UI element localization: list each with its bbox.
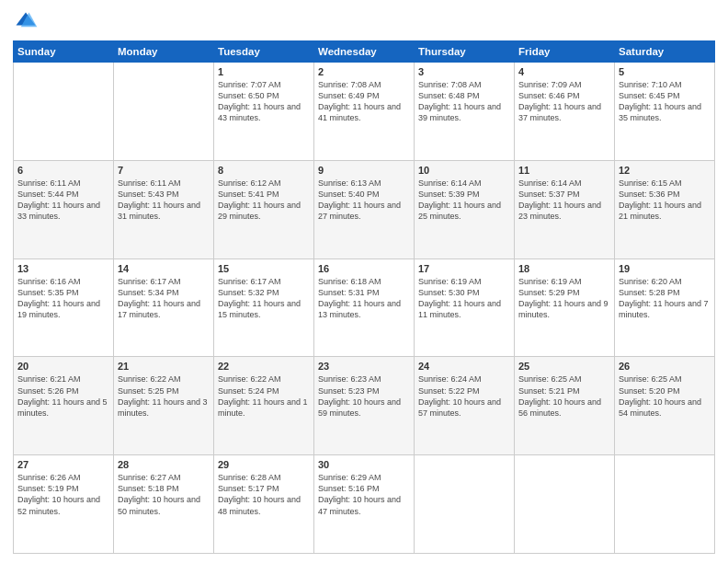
day-number: 17: [418, 263, 510, 274]
day-info: Sunrise: 6:27 AM Sunset: 5:18 PM Dayligh…: [118, 472, 210, 517]
day-number: 10: [418, 165, 510, 176]
weekday-header: Thursday: [415, 41, 515, 63]
calendar-day-cell: 16Sunrise: 6:18 AM Sunset: 5:31 PM Dayli…: [314, 259, 415, 357]
calendar-day-cell: 27Sunrise: 6:26 AM Sunset: 5:19 PM Dayli…: [14, 455, 114, 554]
calendar-day-cell: 14Sunrise: 6:17 AM Sunset: 5:34 PM Dayli…: [114, 259, 214, 357]
day-number: 22: [218, 361, 310, 372]
day-info: Sunrise: 7:10 AM Sunset: 6:45 PM Dayligh…: [619, 79, 711, 124]
calendar-day-cell: 15Sunrise: 6:17 AM Sunset: 5:32 PM Dayli…: [214, 259, 314, 357]
calendar-day-cell: 3Sunrise: 7:08 AM Sunset: 6:48 PM Daylig…: [415, 63, 515, 161]
calendar-day-cell: 22Sunrise: 6:22 AM Sunset: 5:24 PM Dayli…: [214, 357, 314, 455]
day-number: 9: [318, 165, 410, 176]
calendar-table: SundayMondayTuesdayWednesdayThursdayFrid…: [13, 40, 715, 554]
calendar-day-cell: 17Sunrise: 6:19 AM Sunset: 5:30 PM Dayli…: [415, 259, 515, 357]
day-number: 26: [619, 361, 711, 372]
day-info: Sunrise: 6:14 AM Sunset: 5:39 PM Dayligh…: [418, 178, 510, 223]
day-number: 1: [218, 66, 310, 77]
day-number: 27: [17, 459, 109, 470]
weekday-header: Tuesday: [214, 41, 314, 63]
calendar-week-row: 20Sunrise: 6:21 AM Sunset: 5:26 PM Dayli…: [14, 357, 715, 455]
weekday-header: Monday: [114, 41, 214, 63]
day-number: 7: [118, 165, 210, 176]
day-number: 28: [118, 459, 210, 470]
calendar-day-cell: 25Sunrise: 6:25 AM Sunset: 5:21 PM Dayli…: [515, 357, 615, 455]
calendar-day-cell: 30Sunrise: 6:29 AM Sunset: 5:16 PM Dayli…: [314, 455, 415, 554]
weekday-header: Wednesday: [314, 41, 415, 63]
calendar-day-cell: 10Sunrise: 6:14 AM Sunset: 5:39 PM Dayli…: [415, 160, 515, 259]
day-info: Sunrise: 6:15 AM Sunset: 5:36 PM Dayligh…: [619, 178, 711, 223]
day-info: Sunrise: 6:26 AM Sunset: 5:19 PM Dayligh…: [17, 472, 109, 517]
day-number: 5: [619, 66, 711, 77]
day-info: Sunrise: 7:08 AM Sunset: 6:48 PM Dayligh…: [418, 79, 510, 124]
day-number: 16: [318, 263, 410, 274]
day-number: 12: [619, 165, 711, 176]
day-number: 6: [17, 165, 109, 176]
calendar-day-cell: [114, 63, 214, 161]
day-info: Sunrise: 7:08 AM Sunset: 6:49 PM Dayligh…: [318, 79, 410, 124]
day-info: Sunrise: 6:19 AM Sunset: 5:30 PM Dayligh…: [418, 276, 510, 321]
logo: [13, 9, 42, 35]
day-number: 18: [518, 263, 610, 274]
day-info: Sunrise: 7:09 AM Sunset: 6:46 PM Dayligh…: [518, 79, 610, 124]
page: SundayMondayTuesdayWednesdayThursdayFrid…: [0, 0, 728, 563]
day-number: 25: [518, 361, 610, 372]
day-number: 29: [218, 459, 310, 470]
calendar-day-cell: 23Sunrise: 6:23 AM Sunset: 5:23 PM Dayli…: [314, 357, 415, 455]
calendar-day-cell: 6Sunrise: 6:11 AM Sunset: 5:44 PM Daylig…: [14, 160, 114, 259]
calendar-day-cell: 11Sunrise: 6:14 AM Sunset: 5:37 PM Dayli…: [515, 160, 615, 259]
calendar-day-cell: 29Sunrise: 6:28 AM Sunset: 5:17 PM Dayli…: [214, 455, 314, 554]
weekday-header: Saturday: [615, 41, 715, 63]
day-number: 8: [218, 165, 310, 176]
day-info: Sunrise: 6:22 AM Sunset: 5:25 PM Dayligh…: [118, 373, 210, 419]
day-info: Sunrise: 6:22 AM Sunset: 5:24 PM Dayligh…: [218, 373, 310, 419]
day-info: Sunrise: 6:17 AM Sunset: 5:32 PM Dayligh…: [218, 276, 310, 321]
calendar-week-row: 1Sunrise: 7:07 AM Sunset: 6:50 PM Daylig…: [14, 63, 715, 161]
calendar-day-cell: [515, 455, 615, 554]
header: [13, 9, 715, 35]
day-number: 14: [118, 263, 210, 274]
day-number: 24: [418, 361, 510, 372]
day-info: Sunrise: 6:11 AM Sunset: 5:43 PM Dayligh…: [118, 178, 210, 223]
day-info: Sunrise: 6:28 AM Sunset: 5:17 PM Dayligh…: [218, 472, 310, 517]
calendar-day-cell: 12Sunrise: 6:15 AM Sunset: 5:36 PM Dayli…: [615, 160, 715, 259]
day-number: 11: [518, 165, 610, 176]
day-info: Sunrise: 6:13 AM Sunset: 5:40 PM Dayligh…: [318, 178, 410, 223]
day-number: 2: [318, 66, 410, 77]
day-number: 23: [318, 361, 410, 372]
day-info: Sunrise: 6:19 AM Sunset: 5:29 PM Dayligh…: [518, 276, 610, 321]
day-info: Sunrise: 6:25 AM Sunset: 5:20 PM Dayligh…: [619, 373, 711, 419]
weekday-header: Sunday: [14, 41, 114, 63]
calendar-day-cell: 19Sunrise: 6:20 AM Sunset: 5:28 PM Dayli…: [615, 259, 715, 357]
calendar-day-cell: 26Sunrise: 6:25 AM Sunset: 5:20 PM Dayli…: [615, 357, 715, 455]
calendar-day-cell: 9Sunrise: 6:13 AM Sunset: 5:40 PM Daylig…: [314, 160, 415, 259]
day-info: Sunrise: 6:11 AM Sunset: 5:44 PM Dayligh…: [17, 178, 109, 223]
calendar-day-cell: 4Sunrise: 7:09 AM Sunset: 6:46 PM Daylig…: [515, 63, 615, 161]
calendar-header-row: SundayMondayTuesdayWednesdayThursdayFrid…: [14, 41, 715, 63]
day-number: 19: [619, 263, 711, 274]
day-number: 30: [318, 459, 410, 470]
day-number: 3: [418, 66, 510, 77]
calendar-day-cell: 1Sunrise: 7:07 AM Sunset: 6:50 PM Daylig…: [214, 63, 314, 161]
calendar-day-cell: 20Sunrise: 6:21 AM Sunset: 5:26 PM Dayli…: [14, 357, 114, 455]
day-number: 15: [218, 263, 310, 274]
day-info: Sunrise: 6:12 AM Sunset: 5:41 PM Dayligh…: [218, 178, 310, 223]
day-info: Sunrise: 6:17 AM Sunset: 5:34 PM Dayligh…: [118, 276, 210, 321]
calendar-week-row: 6Sunrise: 6:11 AM Sunset: 5:44 PM Daylig…: [14, 160, 715, 259]
day-info: Sunrise: 6:25 AM Sunset: 5:21 PM Dayligh…: [518, 373, 610, 419]
weekday-header: Friday: [515, 41, 615, 63]
calendar-day-cell: [615, 455, 715, 554]
calendar-week-row: 27Sunrise: 6:26 AM Sunset: 5:19 PM Dayli…: [14, 455, 715, 554]
calendar-day-cell: 7Sunrise: 6:11 AM Sunset: 5:43 PM Daylig…: [114, 160, 214, 259]
day-info: Sunrise: 6:21 AM Sunset: 5:26 PM Dayligh…: [17, 373, 109, 419]
calendar-day-cell: 28Sunrise: 6:27 AM Sunset: 5:18 PM Dayli…: [114, 455, 214, 554]
day-number: 21: [118, 361, 210, 372]
calendar-day-cell: 8Sunrise: 6:12 AM Sunset: 5:41 PM Daylig…: [214, 160, 314, 259]
calendar-day-cell: 18Sunrise: 6:19 AM Sunset: 5:29 PM Dayli…: [515, 259, 615, 357]
day-info: Sunrise: 6:23 AM Sunset: 5:23 PM Dayligh…: [318, 373, 410, 419]
calendar-day-cell: 5Sunrise: 7:10 AM Sunset: 6:45 PM Daylig…: [615, 63, 715, 161]
day-info: Sunrise: 6:24 AM Sunset: 5:22 PM Dayligh…: [418, 373, 510, 419]
calendar-day-cell: 21Sunrise: 6:22 AM Sunset: 5:25 PM Dayli…: [114, 357, 214, 455]
day-info: Sunrise: 6:14 AM Sunset: 5:37 PM Dayligh…: [518, 178, 610, 223]
day-info: Sunrise: 7:07 AM Sunset: 6:50 PM Dayligh…: [218, 79, 310, 124]
logo-icon: [13, 9, 39, 35]
